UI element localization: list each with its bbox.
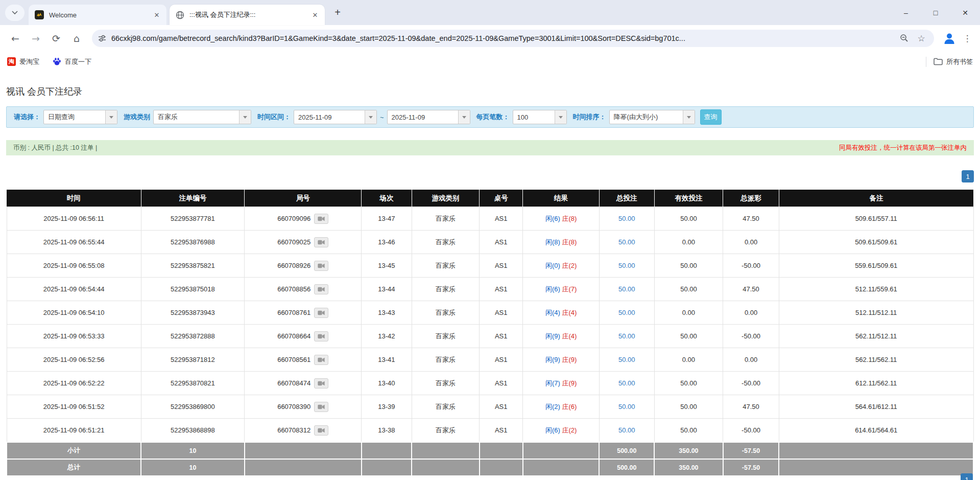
page-size-select[interactable]: 100 (513, 110, 567, 124)
dropdown-arrow-icon[interactable] (458, 110, 470, 124)
tilde-separator: ~ (380, 113, 384, 121)
sort-select[interactable]: 降幂(由大到小) (609, 110, 695, 124)
home-button[interactable]: ⌂ (67, 29, 86, 48)
date-start-select[interactable]: 2025-11-09 (294, 110, 377, 124)
profile-avatar[interactable] (941, 30, 958, 47)
result-banker: 庄(6) (562, 403, 577, 410)
round-number: 660708926 (277, 262, 310, 269)
tab-bet-record[interactable]: :::视讯 会员下注纪录::: ✕ (170, 5, 325, 25)
all-bookmarks-button[interactable]: 所有书签 (934, 57, 973, 66)
round-number: 660708312 (277, 426, 310, 434)
cell-valid-bet: 0.00 (654, 348, 723, 372)
video-replay-button[interactable] (314, 355, 328, 365)
cell-bet-no: 522953868898 (141, 419, 245, 443)
result-player: 闲(6) (545, 285, 560, 293)
query-type-select[interactable]: 日期查询 (43, 110, 117, 124)
cell-round-no: 660708761 (245, 301, 362, 325)
total-bet-link[interactable]: 50.00 (618, 332, 635, 340)
game-type-value: 百家乐 (154, 112, 178, 122)
cell-game-type: 百家乐 (412, 372, 480, 395)
total-bet-link[interactable]: 50.00 (618, 215, 635, 222)
game-type-select[interactable]: 百家乐 (153, 110, 251, 124)
select-label: 请选择： (14, 112, 40, 122)
total-bet-link[interactable]: 50.00 (618, 309, 635, 316)
video-camera-icon (318, 428, 325, 433)
refresh-button[interactable]: ⟳ (47, 29, 65, 48)
globe-icon (176, 11, 184, 19)
date-end-select[interactable]: 2025-11-09 (387, 110, 470, 124)
video-replay-button[interactable] (314, 308, 328, 318)
tab-welcome[interactable]: Welcome ✕ (29, 5, 166, 25)
dropdown-arrow-icon[interactable] (105, 110, 117, 124)
page-1-button-bottom[interactable]: 1 (961, 473, 973, 480)
subtotal-cell-6 (523, 442, 600, 459)
video-replay-button[interactable] (314, 402, 328, 412)
tab-title: Welcome (49, 11, 152, 19)
cell-remark: 559.61/509.61 (779, 254, 973, 278)
bookmark-baidu[interactable]: 百度一下 (53, 57, 91, 66)
tab-close-icon[interactable]: ✕ (152, 10, 161, 19)
cell-round-no: 660709025 (245, 231, 362, 254)
video-replay-button[interactable] (314, 237, 328, 247)
page-size-label: 每页笔数： (476, 112, 510, 122)
cell-round-no: 660708856 (245, 278, 362, 301)
bookmark-star-icon[interactable]: ☆ (915, 32, 928, 45)
page-1-button[interactable]: 1 (962, 170, 974, 182)
cell-remark: 509.61/557.11 (779, 207, 973, 231)
cell-table-no: AS1 (480, 419, 523, 443)
video-replay-button[interactable] (314, 284, 328, 294)
total-bet-link[interactable]: 50.00 (618, 356, 635, 363)
total-cell-10 (779, 459, 973, 476)
total-bet-link[interactable]: 50.00 (618, 379, 635, 387)
total-bet-link[interactable]: 50.00 (618, 426, 635, 434)
cell-time: 2025-11-09 06:56:11 (7, 207, 141, 231)
search-button[interactable]: 查询 (700, 109, 722, 125)
total-bet-link[interactable]: 50.00 (618, 238, 635, 246)
new-tab-button[interactable]: + (330, 5, 345, 20)
cell-valid-bet: 50.00 (654, 395, 723, 419)
zoom-out-icon[interactable] (897, 32, 911, 45)
cell-session: 13-47 (362, 207, 412, 231)
total-bet-link[interactable]: 50.00 (618, 403, 635, 410)
cell-bet-no: 522953877781 (141, 207, 245, 231)
column-header-7: 总投注 (599, 190, 654, 207)
dropdown-arrow-icon[interactable] (555, 110, 566, 124)
column-header-2: 局号 (245, 190, 362, 207)
url-text[interactable]: 66cxkj98.com/game/betrecord_search/kind3… (111, 34, 893, 42)
cell-result: 闲(7) 庄(9) (523, 372, 600, 395)
total-bet-link[interactable]: 50.00 (618, 262, 635, 269)
cell-session: 13-41 (362, 348, 412, 372)
bookmark-aitaobao[interactable]: 淘 爱淘宝 (7, 57, 39, 66)
column-header-9: 总派彩 (723, 190, 779, 207)
cell-time: 2025-11-09 06:54:10 (7, 301, 141, 325)
cell-game-type: 百家乐 (412, 325, 480, 348)
maximize-button[interactable]: □ (921, 0, 950, 25)
browser-menu-icon[interactable]: ⋮ (961, 30, 974, 47)
video-replay-button[interactable] (314, 261, 328, 271)
video-camera-icon (318, 287, 325, 292)
result-player: 闲(4) (545, 309, 560, 316)
cell-valid-bet: 50.00 (654, 325, 723, 348)
minimize-button[interactable]: – (891, 0, 921, 25)
table-header: 时间注单编号局号场次游戏类别桌号结果总投注有效投注总派彩备注 (7, 190, 973, 207)
cell-time: 2025-11-09 06:55:08 (7, 254, 141, 278)
video-replay-button[interactable] (314, 425, 328, 436)
cell-result: 闲(6) 庄(7) (523, 278, 600, 301)
back-button[interactable]: ← (6, 29, 25, 48)
tab-close-icon[interactable]: ✕ (310, 10, 320, 19)
tab-search-button[interactable] (5, 5, 25, 21)
dropdown-arrow-icon[interactable] (365, 110, 376, 124)
total-bet-link[interactable]: 50.00 (618, 285, 635, 293)
cell-valid-bet: 50.00 (654, 207, 723, 231)
video-replay-button[interactable] (314, 331, 328, 341)
close-button[interactable]: ✕ (950, 0, 980, 25)
tab-title: :::视讯 会员下注纪录::: (189, 10, 310, 19)
subtotal-cell-5 (480, 442, 523, 459)
dropdown-arrow-icon[interactable] (239, 110, 251, 124)
cell-result: 闲(8) 庄(8) (523, 231, 600, 254)
forward-button[interactable]: → (27, 29, 45, 48)
video-replay-button[interactable] (314, 214, 328, 224)
dropdown-arrow-icon[interactable] (683, 110, 695, 124)
video-replay-button[interactable] (314, 378, 328, 388)
url-bar[interactable]: 66cxkj98.com/game/betrecord_search/kind3… (92, 30, 934, 47)
